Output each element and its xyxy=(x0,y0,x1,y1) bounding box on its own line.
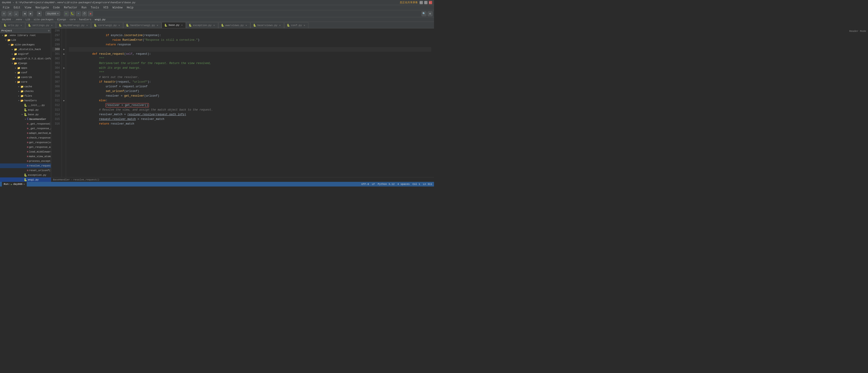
tree-item-core[interactable]: ▾ 📂 core xyxy=(0,80,51,84)
breadcrumb-part-3[interactable]: Lib xyxy=(26,18,30,21)
tree-item-apps[interactable]: ▸ 📁 apps xyxy=(0,66,51,70)
menu-refactor[interactable]: Refactor xyxy=(62,6,79,10)
minimize-button[interactable]: ─ xyxy=(420,1,423,4)
menu-run[interactable]: Run xyxy=(80,6,88,10)
project-dropdown[interactable]: day006 ▾ xyxy=(45,11,60,16)
settings-btn[interactable]: ⚙ xyxy=(428,11,433,16)
tab-close-corewsgi[interactable]: ✕ xyxy=(118,24,121,27)
toolbar-btn-3[interactable]: ☁ xyxy=(13,11,19,16)
tab-close-exception[interactable]: ✕ xyxy=(213,24,216,27)
tree-item-get-response[interactable]: m _get_response(self, request) xyxy=(0,121,51,126)
close-button[interactable]: ✕ xyxy=(429,1,432,4)
tree-item-basehandler[interactable]: ▾ C BaseHandler xyxy=(0,117,51,121)
run-config-btn[interactable]: ▶ xyxy=(64,11,69,16)
stop-btn[interactable]: ◼ xyxy=(88,11,93,16)
breadcrumb-part-6[interactable]: core xyxy=(69,18,75,21)
tab-handlerswsgi[interactable]: 🐍 handlers\wsgi.py ✕ xyxy=(123,22,161,28)
tree-item-venv[interactable]: ▾ 📁 .venv library root xyxy=(0,33,51,38)
tab-close-day006wsgi[interactable]: ✕ xyxy=(86,24,88,27)
tree-item-files[interactable]: ▸ 📁 files xyxy=(0,94,51,98)
debug-btn[interactable]: 🐛 xyxy=(70,11,75,16)
tab-conf[interactable]: 🐍 conf.py ✕ xyxy=(284,22,308,28)
tree-item-distutils[interactable]: ▸ 📁 _distutils_hack xyxy=(0,47,51,52)
tab-close-handlerswsgi[interactable]: ✕ xyxy=(156,24,159,27)
menu-navigate[interactable]: Navigate xyxy=(33,6,51,10)
tree-item-asgiref[interactable]: ▸ 📁 asgiref xyxy=(0,52,51,56)
back-button[interactable]: ◀ xyxy=(22,11,27,16)
tree-item-adapt-method[interactable]: m adapt_method_mode(self, is_async, meth… xyxy=(0,131,51,136)
tree-item-get-response-async[interactable]: m _get_response_async(self, request) xyxy=(0,126,51,131)
breadcrumb-part-4[interactable]: site-packages xyxy=(33,18,54,21)
tree-item-get-response-async2[interactable]: m get_response_async(self, request) xyxy=(0,145,51,149)
run-tab[interactable]: Run: ▶ day006 ✕ xyxy=(2,182,27,186)
tab-day006wsgi[interactable]: 🐍 day006\wsgi.py ✕ xyxy=(56,22,91,28)
tree-item-resolve-request[interactable]: m resolve_request(self, request) xyxy=(0,164,51,168)
menu-code[interactable]: Code xyxy=(51,6,62,10)
breadcrumb-part-1[interactable]: day006 xyxy=(2,18,11,21)
method-icon-5: m xyxy=(27,141,28,144)
breadcrumb-part-7[interactable]: handlers xyxy=(79,18,91,21)
tree-item-get-response2[interactable]: m get_response(self, request) xyxy=(0,140,51,145)
tab-close-conf[interactable]: ✕ xyxy=(303,24,306,27)
menu-tools[interactable]: Tools xyxy=(89,6,101,10)
tree-item-base-py[interactable]: ▾ 🐍 base.py xyxy=(0,112,51,117)
tab-close-wwwviews[interactable]: ✕ xyxy=(245,24,248,27)
maximize-button[interactable]: □ xyxy=(424,1,428,4)
tree-item-django[interactable]: ▾ 📂 django xyxy=(0,61,51,66)
line-numbers: 296 297 298 299 300 301 302 303 304 305 … xyxy=(51,28,62,177)
tree-item-site-packages[interactable]: ▾ 📂 site-packages xyxy=(0,42,51,47)
tree-item-contrib[interactable]: ▸ 📁 contrib xyxy=(0,75,51,80)
tab-close-baseviews[interactable]: ✕ xyxy=(279,24,281,27)
code-breadcrumb-method[interactable]: resolve_request() xyxy=(73,178,99,181)
menu-help[interactable]: Help xyxy=(125,6,135,10)
project-panel-gear[interactable]: ⚙ xyxy=(48,29,50,32)
tree-item-lib[interactable]: ▾ 📂 Lib xyxy=(0,38,51,42)
bookmark-button[interactable]: ⚑ xyxy=(37,11,42,16)
tab-wwwviews[interactable]: 🐍 www\views.py ✕ xyxy=(218,22,250,28)
run-close[interactable]: ✕ xyxy=(24,183,25,185)
tab-close-urls[interactable]: ✕ xyxy=(20,24,23,27)
tab-close-settings[interactable]: ✕ xyxy=(51,24,53,27)
tree-item-make-view[interactable]: m make_view_atomic(self, view) xyxy=(0,154,51,159)
tree-label-asgiref-dist: asgiref-3.7.2.dist-info xyxy=(16,57,51,60)
tree-item-wsgi-py[interactable]: ▸ 🐍 wsgi.py xyxy=(0,177,51,182)
status-lf: LF xyxy=(372,183,375,185)
tree-item-conf[interactable]: ▸ 📁 conf xyxy=(0,70,51,75)
menu-file[interactable]: File xyxy=(1,6,11,10)
menu-window[interactable]: Window xyxy=(111,6,124,10)
tab-urls[interactable]: 🐍 urls.py ✕ xyxy=(1,22,25,28)
forward-button[interactable]: ▶ xyxy=(28,11,33,16)
tree-item-load-middleware[interactable]: m load_middleware(self, is_async=False) xyxy=(0,149,51,154)
tab-corewsgi[interactable]: 🐍 core\wsgi.py ✕ xyxy=(91,22,123,28)
tree-item-checks[interactable]: ▸ 📁 checks xyxy=(0,89,51,94)
search-everywhere-btn[interactable]: 🔍 xyxy=(422,11,427,16)
code-editor[interactable]: if asyncio.iscoroutine(response): raise … xyxy=(66,28,434,177)
gutter-300: ◆ xyxy=(62,47,66,52)
code-breadcrumb-class[interactable]: BaseHandler xyxy=(53,178,70,181)
tree-item-reset-urlconf[interactable]: m reset_urlconf(sender, **kwargs) xyxy=(0,168,51,173)
tab-baseviews[interactable]: 🐍 base\views.py ✕ xyxy=(250,22,284,28)
tab-settings[interactable]: 🐍 settings.py ✕ xyxy=(25,22,56,28)
menu-edit[interactable]: Edit xyxy=(12,6,22,10)
tree-item-cache[interactable]: ▸ 📁 cache xyxy=(0,84,51,89)
tree-item-asgi[interactable]: ▸ 🐍 asgi.py xyxy=(0,108,51,112)
tree-item-asgiref-dist[interactable]: ▸ 📁 asgiref-3.7.2.dist-info xyxy=(0,56,51,61)
run-coverage-btn[interactable]: ☂ xyxy=(76,11,81,16)
tree-item-handlers[interactable]: ▾ 📂 handlers xyxy=(0,98,51,103)
tree-item-exception-py[interactable]: ▸ 🐍 exception.py xyxy=(0,173,51,177)
menu-vcs[interactable]: VCS xyxy=(101,6,110,10)
profile-btn[interactable]: ⏱ xyxy=(82,11,87,16)
menu-view[interactable]: View xyxy=(23,6,33,10)
toolbar-btn-1[interactable]: ≡ xyxy=(1,11,6,16)
tree-item-init[interactable]: ▸ 🐍 __init__.py xyxy=(0,103,51,108)
breadcrumb-part-2[interactable]: .venv xyxy=(14,18,22,21)
tab-close-base[interactable]: ✕ xyxy=(181,24,183,27)
breadcrumb-part-8[interactable]: wsgi.py xyxy=(95,18,105,21)
tab-base[interactable]: 🐍 base.py ✕ xyxy=(162,22,186,28)
tab-exception[interactable]: 🐍 exception.py ✕ xyxy=(186,22,218,28)
tree-item-process-exception[interactable]: m process_exception_by_middleware(self, … xyxy=(0,159,51,164)
toolbar-btn-2[interactable]: ↺ xyxy=(7,11,12,16)
breadcrumb-part-5[interactable]: django xyxy=(57,18,66,21)
tree-label-init: __init__.py xyxy=(28,104,45,107)
tree-item-check-response[interactable]: m check_response(self, response, callbac… xyxy=(0,136,51,140)
